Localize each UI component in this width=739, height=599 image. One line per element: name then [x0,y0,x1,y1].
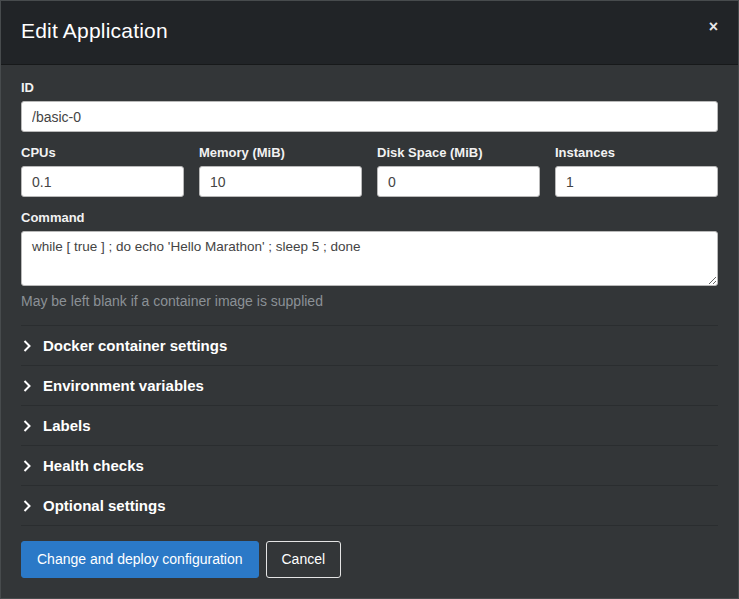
modal-header: Edit Application × [1,1,738,65]
section-health-checks[interactable]: Health checks [21,445,718,485]
id-field-group: ID [21,80,718,132]
instances-input[interactable] [555,166,718,197]
modal-footer: Change and deploy configuration Cancel [1,526,738,593]
cancel-button[interactable]: Cancel [266,541,342,578]
chevron-right-icon [23,380,37,392]
resources-row: CPUs Memory (MiB) Disk Space (MiB) Insta… [21,145,718,197]
memory-input[interactable] [199,166,362,197]
command-help-text: May be left blank if a container image i… [21,293,718,309]
memory-field-group: Memory (MiB) [199,145,362,197]
id-label: ID [21,80,718,95]
page-title: Edit Application [21,19,168,42]
disk-label: Disk Space (MiB) [377,145,540,160]
cpus-input[interactable] [21,166,184,197]
section-label: Labels [43,417,91,434]
chevron-right-icon [23,460,37,472]
command-textarea[interactable]: while [ true ] ; do echo 'Hello Marathon… [21,231,718,286]
modal-body: ID CPUs Memory (MiB) Disk Space (MiB) In… [1,65,738,526]
collapsible-sections: Docker container settings Environment va… [21,325,718,526]
cpus-label: CPUs [21,145,184,160]
section-environment-variables[interactable]: Environment variables [21,365,718,405]
section-labels[interactable]: Labels [21,405,718,445]
command-label: Command [21,210,718,225]
memory-label: Memory (MiB) [199,145,362,160]
section-label: Docker container settings [43,337,227,354]
section-optional-settings[interactable]: Optional settings [21,485,718,526]
chevron-right-icon [23,420,37,432]
cpus-field-group: CPUs [21,145,184,197]
disk-field-group: Disk Space (MiB) [377,145,540,197]
instances-label: Instances [555,145,718,160]
close-icon[interactable]: × [705,17,722,37]
change-and-deploy-button[interactable]: Change and deploy configuration [21,541,259,578]
section-docker-container-settings[interactable]: Docker container settings [21,325,718,365]
chevron-right-icon [23,500,37,512]
instances-field-group: Instances [555,145,718,197]
section-label: Optional settings [43,497,166,514]
command-field-group: Command while [ true ] ; do echo 'Hello … [21,210,718,309]
disk-input[interactable] [377,166,540,197]
section-label: Environment variables [43,377,204,394]
section-label: Health checks [43,457,144,474]
edit-application-modal: Edit Application × ID CPUs Memory (MiB) … [1,1,738,593]
chevron-right-icon [23,340,37,352]
id-input[interactable] [21,101,718,132]
